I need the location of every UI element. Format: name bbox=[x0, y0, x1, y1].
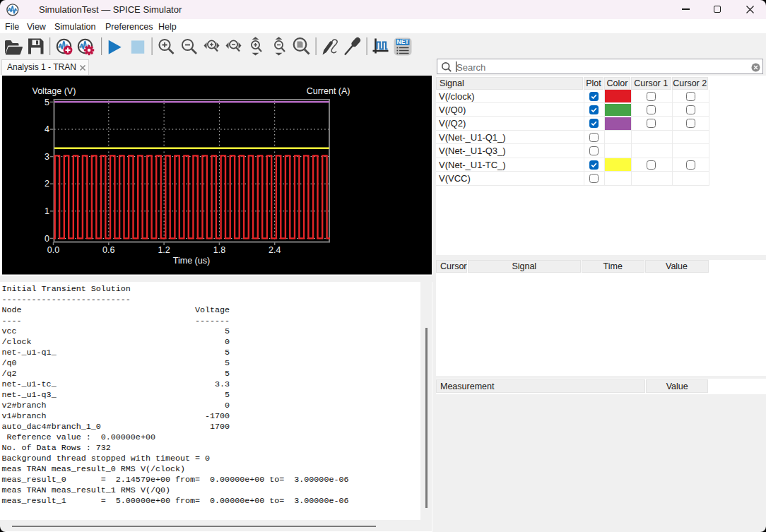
svg-text:Time (us): Time (us) bbox=[173, 256, 210, 266]
svg-text:5: 5 bbox=[45, 97, 49, 107]
svg-text:2.4: 2.4 bbox=[269, 245, 281, 255]
svg-text:0.6: 0.6 bbox=[102, 245, 114, 255]
svg-text:Voltage (V): Voltage (V) bbox=[33, 86, 76, 96]
svg-text:3: 3 bbox=[45, 152, 49, 162]
svg-text:1.2: 1.2 bbox=[158, 245, 170, 255]
svg-text:2: 2 bbox=[45, 179, 49, 189]
svg-text:NET: NET bbox=[397, 38, 410, 45]
svg-text:Current (A): Current (A) bbox=[307, 86, 350, 96]
svg-text:0: 0 bbox=[45, 234, 49, 244]
svg-text:0.0: 0.0 bbox=[47, 245, 59, 255]
svg-text:1.8: 1.8 bbox=[213, 245, 225, 255]
svg-text:1: 1 bbox=[45, 206, 49, 216]
svg-text:4: 4 bbox=[45, 124, 49, 134]
